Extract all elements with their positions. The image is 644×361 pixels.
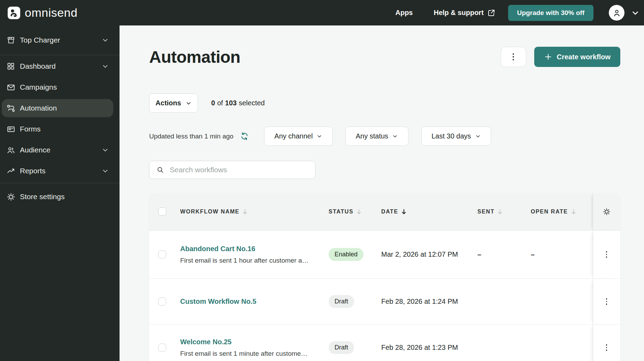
create-workflow-button[interactable]: Create workflow — [534, 47, 620, 67]
select-all-checkbox[interactable] — [158, 208, 166, 216]
account-chevron-icon[interactable] — [631, 8, 640, 17]
sidebar-item-label: Dashboard — [20, 62, 97, 70]
row-checkbox[interactable] — [158, 298, 166, 306]
header-checkbox-cell — [149, 208, 180, 216]
sidebar-divider — [0, 183, 120, 183]
sidebar-item-label: Store settings — [20, 193, 109, 201]
workflow-name-link[interactable]: Abandoned Cart No.16 — [180, 245, 318, 253]
sidebar-store-selector[interactable]: Top Charger — [2, 31, 113, 49]
table-row: Abandoned Cart No.16 First email is sent… — [149, 231, 620, 279]
chevron-down-icon — [185, 100, 192, 106]
column-header-sent[interactable]: SENT — [477, 209, 531, 215]
updated-status: Updated less than 1 min ago — [149, 131, 249, 141]
sidebar: Top Charger Dashboard — [0, 25, 120, 361]
workflow-description: First email is sent 1 minute after custo… — [180, 350, 318, 358]
storefront-icon — [6, 36, 15, 45]
help-support-link[interactable]: Help & support — [434, 9, 495, 17]
audience-people-icon — [6, 145, 15, 155]
workflow-name-cell: Abandoned Cart No.16 First email is sent… — [180, 245, 329, 264]
workflow-description: First email is sent 1 hour after custome… — [180, 257, 318, 264]
search-icon — [156, 166, 164, 174]
updated-text: Updated less than 1 min ago — [149, 133, 233, 140]
row-kebab-icon[interactable] — [603, 248, 610, 261]
row-kebab-icon[interactable] — [603, 341, 610, 354]
status-cell: Draft — [329, 341, 381, 354]
workflow-name-link[interactable]: Custom Workflow No.5 — [180, 298, 318, 306]
sidebar-item-campaigns[interactable]: Campaigns — [2, 78, 113, 96]
date-range-filter-dropdown[interactable]: Last 30 days — [421, 127, 491, 146]
page-header: Automation Create workflow — [149, 47, 620, 67]
column-label: STATUS — [329, 209, 353, 215]
selected-count: 0 — [211, 99, 215, 107]
workflow-table: WORKFLOW NAME STATUS DATE — [149, 193, 620, 361]
row-actions-cell — [593, 325, 620, 361]
status-badge: Draft — [329, 341, 354, 354]
column-settings-cell — [593, 193, 620, 230]
topbar-right: Apps Help & support Upgrade with 30% off — [395, 5, 641, 21]
column-label: WORKFLOW NAME — [180, 209, 239, 215]
column-header-workflow-name[interactable]: WORKFLOW NAME — [180, 209, 329, 215]
refresh-icon[interactable] — [240, 131, 249, 141]
gear-icon — [6, 192, 15, 201]
kebab-icon — [513, 53, 514, 60]
sidebar-item-label: Campaigns — [20, 83, 109, 91]
table-row: Custom Workflow No.5 Draft Feb 28, 2026 … — [149, 279, 620, 325]
envelope-icon — [6, 83, 15, 92]
sort-arrow-icon — [356, 209, 362, 215]
header-actions: Create workflow — [501, 47, 620, 67]
sidebar-item-audience[interactable]: Audience — [2, 141, 113, 159]
sidebar-item-label: Automation — [20, 104, 109, 112]
help-link-label: Help & support — [434, 9, 483, 17]
selection-suffix: selected — [239, 99, 265, 107]
status-cell: Draft — [329, 295, 381, 308]
sidebar-item-label: Forms — [20, 125, 109, 133]
sidebar-item-dashboard[interactable]: Dashboard — [2, 57, 113, 75]
sidebar-item-reports[interactable]: Reports — [2, 162, 113, 180]
table-row: Welcome No.25 First email is sent 1 minu… — [149, 325, 620, 361]
date-cell: Mar 2, 2026 at 12:07 PM — [381, 250, 477, 258]
channel-filter-dropdown[interactable]: Any channel — [264, 127, 333, 146]
sort-arrow-active-icon — [401, 209, 407, 215]
row-checkbox[interactable] — [158, 344, 166, 352]
column-header-open-rate[interactable]: OPEN RATE — [531, 209, 593, 215]
main-content: Automation Create workflow Actions — [120, 25, 644, 361]
brand[interactable]: omnisend — [8, 6, 77, 20]
row-checkbox-cell — [149, 344, 180, 352]
sidebar-nav: Dashboard Campaigns — [0, 57, 120, 180]
omnisend-logo-icon — [8, 7, 20, 19]
selection-of: of — [217, 99, 223, 107]
sort-arrow-icon — [571, 209, 576, 215]
row-kebab-icon[interactable] — [603, 295, 610, 308]
sidebar-item-forms[interactable]: Forms — [2, 120, 113, 138]
plus-icon — [544, 53, 552, 61]
column-label: SENT — [477, 209, 495, 215]
topbar: omnisend Apps Help & support Upgrade wit… — [0, 0, 644, 25]
search-input[interactable] — [164, 161, 315, 179]
row-checkbox-cell — [149, 250, 180, 258]
filters-row: Updated less than 1 min ago Any channel — [149, 127, 620, 146]
chevron-down-icon — [101, 62, 109, 70]
status-filter-dropdown[interactable]: Any status — [345, 127, 408, 146]
workflow-name-link[interactable]: Welcome No.25 — [180, 338, 318, 346]
chevron-down-icon — [392, 133, 398, 139]
row-actions-cell — [593, 231, 620, 278]
page-more-options-button[interactable] — [501, 47, 526, 67]
table-header-row: WORKFLOW NAME STATUS DATE — [149, 193, 620, 231]
avatar[interactable] — [609, 5, 624, 21]
table-settings-gear-icon[interactable] — [603, 208, 611, 216]
upgrade-button[interactable]: Upgrade with 30% off — [508, 5, 593, 21]
workflow-name-cell: Welcome No.25 First email is sent 1 minu… — [180, 338, 329, 358]
sidebar-item-store-settings[interactable]: Store settings — [2, 188, 113, 206]
sidebar-item-automation[interactable]: Automation — [2, 99, 113, 117]
column-label: OPEN RATE — [531, 209, 568, 215]
date-range-label: Last 30 days — [431, 132, 471, 140]
column-header-status[interactable]: STATUS — [329, 209, 381, 215]
row-checkbox[interactable] — [158, 250, 166, 258]
status-cell: Enabled — [329, 248, 381, 261]
form-card-icon — [6, 125, 15, 134]
column-header-date[interactable]: DATE — [381, 209, 477, 215]
selection-total: 103 — [225, 99, 237, 107]
apps-link[interactable]: Apps — [395, 9, 413, 17]
store-name: Top Charger — [20, 36, 97, 44]
actions-dropdown[interactable]: Actions — [149, 93, 198, 113]
